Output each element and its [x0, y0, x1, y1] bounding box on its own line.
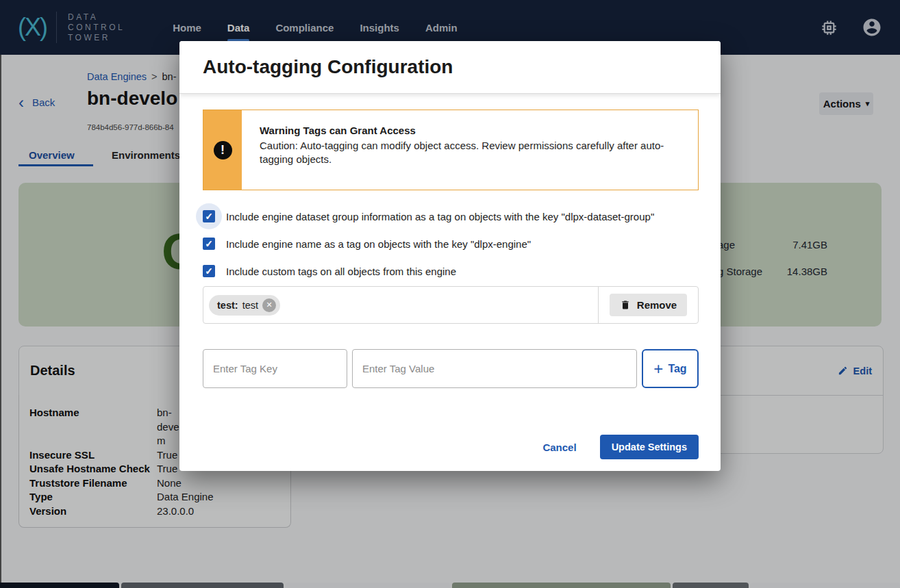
checkbox-label: Include custom tags on all objects from … — [226, 266, 456, 277]
add-tag-label: Tag — [668, 363, 686, 375]
tag-chip-key: test: — [217, 300, 238, 311]
dataset-group-checkbox[interactable] — [203, 210, 215, 222]
tag-chip-value: test — [242, 300, 258, 311]
warning-title: Warning Tags can Grant Access — [260, 125, 682, 136]
tag-value-input[interactable] — [352, 349, 637, 388]
checkbox-wrap — [203, 265, 215, 277]
modal-title: Auto-tagging Configuration — [203, 56, 453, 78]
tag-key-input[interactable] — [203, 349, 347, 388]
checkbox-wrap — [203, 210, 215, 222]
app-window: (X) DATA CONTROL TOWER Home Data Complia… — [0, 0, 900, 588]
remove-tag-button[interactable]: Remove — [610, 294, 687, 316]
checkbox-group: Include engine dataset group information… — [203, 203, 699, 285]
warning-strip — [203, 110, 242, 190]
checkbox-label: Include engine dataset group information… — [226, 211, 654, 222]
add-tag-form: Tag — [203, 349, 699, 388]
trash-icon — [620, 299, 631, 311]
checkbox-row-dataset-group: Include engine dataset group information… — [203, 203, 699, 230]
checkbox-wrap — [203, 238, 215, 250]
update-settings-button[interactable]: Update Settings — [600, 435, 699, 459]
remove-label: Remove — [637, 299, 677, 311]
warning-exclamation-icon — [214, 141, 232, 159]
plus-icon — [653, 362, 663, 376]
modal-body: Warning Tags can Grant Access Caution: A… — [179, 94, 721, 459]
checkbox-row-custom-tags: Include custom tags on all objects from … — [203, 257, 699, 285]
checkbox-row-engine-name: Include engine name as a tag on objects … — [203, 230, 699, 257]
engine-name-checkbox[interactable] — [203, 238, 215, 250]
tag-chip-area: test: test — [203, 287, 598, 323]
auto-tagging-modal: Auto-tagging Configuration Warning Tags … — [179, 41, 721, 471]
custom-tags-checkbox[interactable] — [203, 265, 215, 277]
cancel-button[interactable]: Cancel — [542, 442, 576, 453]
modal-header: Auto-tagging Configuration — [179, 41, 721, 94]
warning-text: Warning Tags can Grant Access Caution: A… — [242, 110, 698, 190]
modal-footer: Cancel Update Settings — [203, 435, 699, 459]
add-tag-button[interactable]: Tag — [642, 349, 699, 388]
chip-close-icon[interactable] — [262, 298, 276, 312]
warning-body: Caution: Auto-tagging can modify object … — [260, 139, 682, 166]
tag-chip[interactable]: test: test — [209, 295, 280, 316]
custom-tags-container: test: test Remove — [203, 286, 699, 324]
remove-cell: Remove — [598, 287, 698, 323]
checkbox-label: Include engine name as a tag on objects … — [226, 238, 531, 250]
warning-banner: Warning Tags can Grant Access Caution: A… — [203, 110, 699, 190]
